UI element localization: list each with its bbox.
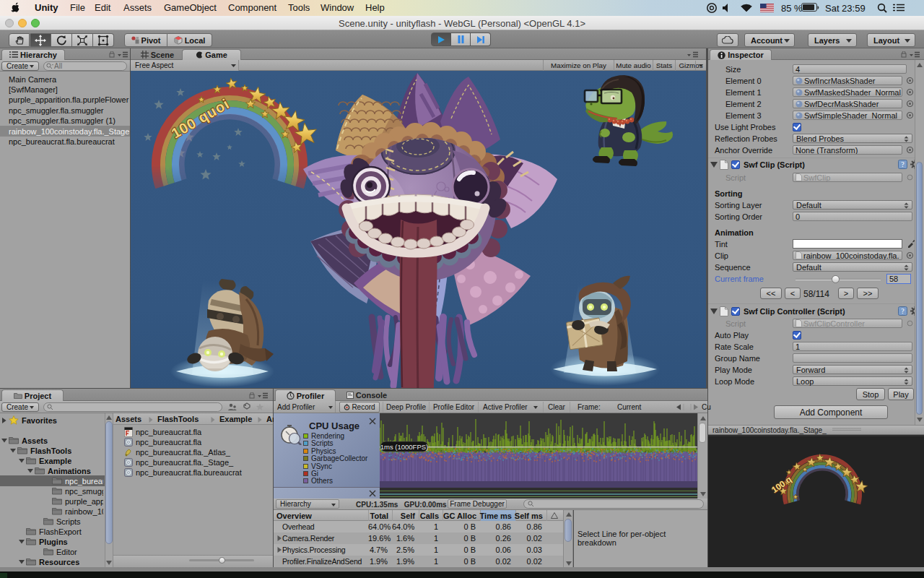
svg-text:?: ? bbox=[901, 307, 905, 315]
svg-text:1ms (1000FPS): 1ms (1000FPS) bbox=[380, 443, 429, 451]
svg-text:?: ? bbox=[901, 160, 905, 168]
